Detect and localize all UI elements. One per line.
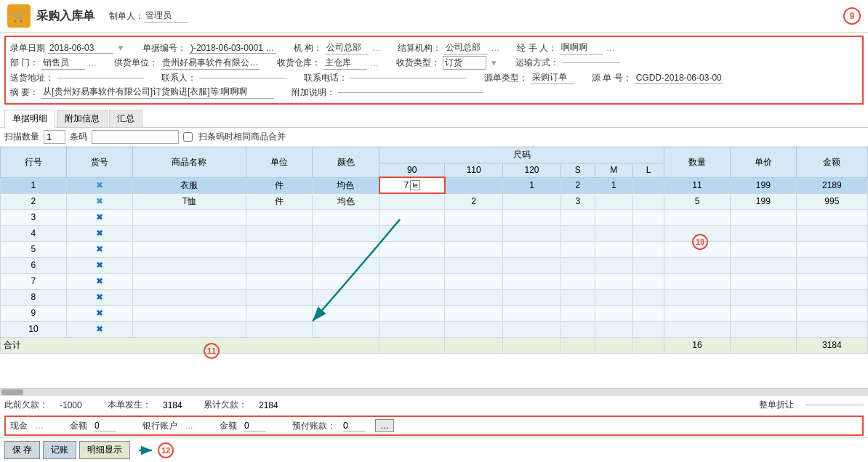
docno-value[interactable]: )-2018-06-03-0001 …	[189, 43, 276, 54]
prepay-btn[interactable]: …	[375, 419, 394, 432]
contact-value[interactable]	[199, 78, 286, 78]
dept-value[interactable]: 销售员	[41, 57, 85, 70]
settle-label: 结算机构：	[398, 42, 441, 54]
scroll-thumb[interactable]	[1, 389, 23, 395]
tab-detail[interactable]: 单据明细	[4, 110, 55, 128]
size-m: M	[595, 163, 632, 178]
scroll-bar[interactable]	[0, 388, 868, 395]
tab-extra[interactable]: 附加信息	[57, 110, 108, 127]
cell-s90-2[interactable]	[379, 193, 445, 209]
save-button[interactable]: 保 存	[4, 441, 40, 459]
tabs-bar: 单据明细 附加信息 汇总	[0, 108, 868, 128]
cell-s120-1[interactable]: 1	[503, 177, 561, 193]
cell-sm-2[interactable]	[595, 193, 632, 209]
total-row: 合计 16 3184	[1, 337, 868, 353]
maker-value: 管理员	[144, 9, 188, 23]
maker-label: 制单人：	[109, 10, 144, 23]
addition-value[interactable]	[338, 92, 483, 93]
cell-qty-1: 11	[664, 177, 731, 193]
cell-s120-2[interactable]	[503, 193, 561, 209]
contact-label: 联系人：	[161, 72, 196, 84]
cell-itemno-2: ✖	[66, 193, 132, 209]
cell-s110-1[interactable]	[445, 177, 503, 193]
scan-bar: 扫描数量 条码 扫条码时相同商品合并	[0, 128, 868, 147]
bank-amount-label: 金额	[220, 420, 237, 432]
table-row[interactable]: 4✖	[1, 225, 868, 241]
page-title: 采购入库单	[36, 9, 95, 24]
current-label: 本单发生：	[108, 399, 151, 411]
cell-s110-2[interactable]: 2	[445, 193, 503, 209]
summary-value[interactable]: 从[贵州好易事软件有限公司]订货购进[衣服]等:啊啊啊	[41, 86, 274, 99]
size-l: L	[633, 163, 664, 178]
bank-amount-value[interactable]: 0	[244, 421, 266, 431]
cell-row-1: 1	[1, 177, 67, 193]
table-row[interactable]: 2 ✖ T恤 件 均色 2 3 5 199 995	[1, 193, 868, 209]
date-value[interactable]: 2018-06-03	[48, 43, 113, 54]
barcode-label: 条码	[70, 131, 87, 143]
merge-label: 扫条码时相同商品合并	[198, 131, 286, 143]
scan-qty-input[interactable]	[44, 130, 65, 144]
cell-price-1: 199	[730, 177, 796, 193]
table-row[interactable]: 5✖	[1, 241, 868, 257]
recv-type-label: 收货类型：	[396, 57, 440, 69]
header: 🛒 采购入库单 制单人： 管理员 9	[0, 0, 868, 33]
cell-unit-2: 件	[246, 193, 313, 209]
browse-icon[interactable]: Ie	[410, 180, 420, 190]
prev-due-value: -1000	[60, 400, 96, 410]
bank-label: 银行账户	[142, 420, 177, 432]
handler-value[interactable]: 啊啊啊	[560, 41, 603, 54]
cell-sl-1[interactable]	[633, 177, 664, 193]
warehouse-label: 收货仓库：	[277, 57, 321, 69]
cell-sm-1[interactable]: 1	[595, 177, 632, 193]
phone-label: 联系电话：	[304, 72, 347, 84]
recv-type-value[interactable]: 订货	[443, 56, 486, 70]
form-row-3: 送货地址： 联系人： 联系电话： 源单类型： 采购订单 源 单 号： CGDD-…	[10, 71, 858, 84]
table-row[interactable]: 8✖	[1, 289, 868, 305]
org-label: 机 构：	[294, 42, 322, 54]
merge-checkbox[interactable]	[183, 132, 193, 142]
cell-s90-1[interactable]: 7 Ie	[379, 177, 445, 193]
table-row[interactable]: 9✖	[1, 305, 868, 321]
payment-section: 现金 … 金额 0 银行账户 … 金额 0 预付账款： 0 …	[4, 416, 864, 436]
settle-value[interactable]: 公司总部	[444, 41, 488, 54]
clear-button[interactable]: 明细显示	[79, 441, 130, 459]
table-row[interactable]: 7✖	[1, 273, 868, 289]
discount-value[interactable]	[805, 405, 864, 405]
col-qty: 数量	[664, 147, 731, 178]
cell-amount-1: 2189	[796, 177, 867, 193]
col-row-num: 行号	[1, 147, 67, 178]
cell-amount-2: 995	[796, 193, 867, 209]
table-row[interactable]: 3✖	[1, 209, 868, 225]
row-delete-icon[interactable]: ✖	[96, 180, 103, 190]
cash-amount-value[interactable]: 0	[95, 421, 116, 431]
supplier-value[interactable]: 贵州好易事软件有限公…	[161, 57, 260, 70]
table-row[interactable]: 6✖	[1, 257, 868, 273]
barcode-input[interactable]	[92, 130, 179, 144]
account-button[interactable]: 记账	[43, 441, 76, 459]
form-row-2: 部 门： 销售员 … 供货单位： 贵州好易事软件有限公… 收货仓库： 主仓库 ……	[10, 56, 858, 70]
cell-color-2: 均色	[313, 193, 379, 209]
source-no-value[interactable]: CGDD-2018-06-03-00	[635, 73, 723, 84]
col-price: 单价	[730, 147, 796, 178]
row-delete-icon[interactable]: ✖	[96, 196, 103, 206]
source-type-value[interactable]: 采购订单	[531, 71, 574, 84]
warehouse-value[interactable]: 主仓库	[324, 57, 367, 70]
size-110: 110	[445, 163, 503, 178]
cell-sl-2[interactable]	[633, 193, 664, 209]
address-value[interactable]	[57, 78, 144, 78]
cell-ss-1[interactable]: 2	[560, 177, 595, 193]
prepay-value[interactable]: 0	[343, 421, 365, 431]
phone-value[interactable]	[350, 78, 467, 78]
cell-ss-2[interactable]: 3	[560, 193, 595, 209]
cell-row-2: 2	[1, 193, 67, 209]
tab-summary[interactable]: 汇总	[109, 110, 142, 127]
table-row[interactable]: 10✖	[1, 321, 868, 337]
supplier-label: 供货单位：	[114, 57, 158, 69]
prev-due-label: 此前欠款：	[4, 399, 48, 411]
size-90: 90	[379, 163, 445, 178]
table-row[interactable]: 1 ✖ 衣服 件 均色 7 Ie 1 2	[1, 177, 868, 193]
transport-value[interactable]	[562, 62, 620, 63]
total-label: 合计	[1, 337, 379, 353]
cell-color-1: 均色	[313, 177, 379, 193]
org-value[interactable]: 公司总部	[325, 41, 369, 54]
